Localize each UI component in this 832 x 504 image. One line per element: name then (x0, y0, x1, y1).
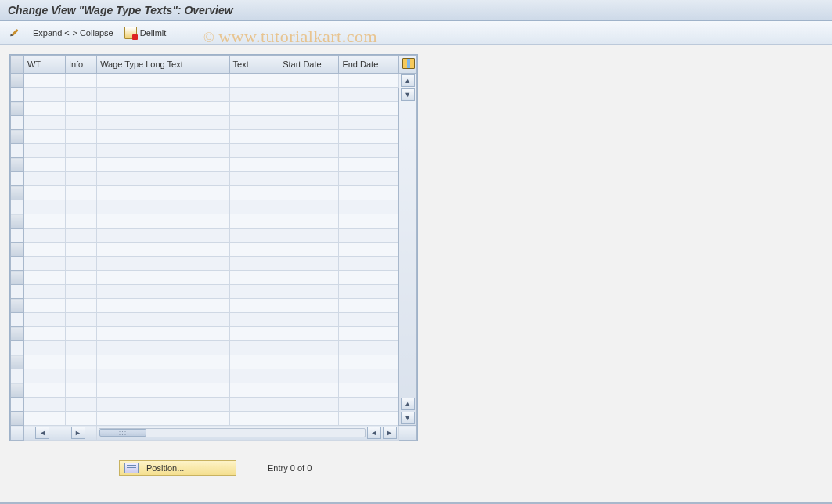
cell[interactable] (23, 158, 65, 172)
cell[interactable] (229, 369, 279, 383)
delimit-button[interactable]: Delimit (121, 25, 170, 41)
cell[interactable] (339, 88, 398, 102)
cell[interactable] (229, 313, 279, 327)
cell[interactable] (97, 116, 229, 130)
cell[interactable] (339, 74, 398, 88)
cell[interactable] (229, 172, 279, 186)
row-selector[interactable] (11, 299, 24, 313)
row-selector[interactable] (11, 74, 24, 88)
cell[interactable] (65, 398, 96, 412)
cell[interactable] (23, 144, 65, 158)
cell[interactable] (279, 88, 339, 102)
table-row[interactable] (11, 172, 417, 186)
toggle-edit-button[interactable] (6, 25, 25, 41)
cell[interactable] (279, 229, 339, 243)
col-header-info[interactable]: Info (65, 56, 96, 74)
table-row[interactable] (11, 158, 417, 172)
row-selector[interactable] (11, 355, 24, 369)
cell[interactable] (279, 355, 339, 369)
cell[interactable] (97, 369, 229, 383)
table-row[interactable] (11, 285, 417, 299)
table-row[interactable] (11, 355, 417, 369)
cell[interactable] (279, 285, 339, 299)
row-selector[interactable] (11, 243, 24, 257)
row-selector[interactable] (11, 257, 24, 271)
cell[interactable] (65, 341, 96, 355)
cell[interactable] (65, 313, 96, 327)
cell[interactable] (229, 116, 279, 130)
col-header-longtext[interactable]: Wage Type Long Text (97, 56, 229, 74)
cell[interactable] (97, 88, 229, 102)
cell[interactable] (23, 116, 65, 130)
hscroll-right-button[interactable]: ► (383, 427, 397, 439)
cell[interactable] (97, 243, 229, 257)
col-header-enddate[interactable]: End Date (339, 56, 398, 74)
cell[interactable] (97, 412, 229, 426)
cell[interactable] (279, 313, 339, 327)
cell[interactable] (339, 243, 398, 257)
cell[interactable] (65, 229, 96, 243)
cell[interactable] (229, 271, 279, 285)
cell[interactable] (97, 229, 229, 243)
cell[interactable] (65, 383, 96, 398)
cell[interactable] (279, 412, 339, 426)
cell[interactable] (279, 327, 339, 341)
row-selector[interactable] (11, 271, 24, 285)
cell[interactable] (23, 327, 65, 341)
cell[interactable] (23, 313, 65, 327)
vscroll-down2-button[interactable]: ▼ (401, 412, 415, 424)
cell[interactable] (65, 172, 96, 186)
cell[interactable] (97, 172, 229, 186)
table-row[interactable] (11, 200, 417, 214)
cell[interactable] (229, 214, 279, 229)
cell[interactable] (339, 313, 398, 327)
row-selector[interactable] (11, 398, 24, 412)
cell[interactable] (339, 214, 398, 229)
row-selector[interactable] (11, 383, 24, 398)
cell[interactable] (23, 383, 65, 398)
row-selector[interactable] (11, 172, 24, 186)
cell[interactable] (23, 355, 65, 369)
cell[interactable] (229, 355, 279, 369)
cell[interactable] (229, 229, 279, 243)
table-row[interactable] (11, 271, 417, 285)
table-row[interactable] (11, 398, 417, 412)
cell[interactable] (279, 200, 339, 214)
cell[interactable] (339, 158, 398, 172)
cell[interactable] (339, 172, 398, 186)
cell[interactable] (23, 285, 65, 299)
cell[interactable] (65, 285, 96, 299)
cell[interactable] (97, 130, 229, 144)
table-row[interactable] (11, 313, 417, 327)
cell[interactable] (97, 186, 229, 200)
row-selector[interactable] (11, 214, 24, 229)
position-button[interactable]: Position... (119, 460, 236, 476)
cell[interactable] (279, 116, 339, 130)
cell[interactable] (23, 88, 65, 102)
cell[interactable] (97, 74, 229, 88)
table-row[interactable] (11, 243, 417, 257)
table-row[interactable] (11, 88, 417, 102)
row-selector[interactable] (11, 327, 24, 341)
cell[interactable] (229, 74, 279, 88)
cell[interactable] (339, 271, 398, 285)
table-config-button[interactable] (398, 56, 416, 74)
cell[interactable] (23, 186, 65, 200)
col-header-wt[interactable]: WT (23, 56, 65, 74)
cell[interactable] (279, 398, 339, 412)
cell[interactable] (97, 299, 229, 313)
cell[interactable] (23, 200, 65, 214)
cell[interactable] (23, 412, 65, 426)
cell[interactable] (279, 186, 339, 200)
cell[interactable] (229, 383, 279, 398)
cell[interactable] (339, 130, 398, 144)
cell[interactable] (23, 243, 65, 257)
hscroll-left-inner-button[interactable]: ◄ (35, 427, 49, 439)
cell[interactable] (229, 200, 279, 214)
expand-collapse-button[interactable]: Expand <-> Collapse (30, 27, 117, 39)
table-row[interactable] (11, 229, 417, 243)
cell[interactable] (65, 243, 96, 257)
cell[interactable] (339, 257, 398, 271)
cell[interactable] (229, 186, 279, 200)
cell[interactable] (97, 398, 229, 412)
